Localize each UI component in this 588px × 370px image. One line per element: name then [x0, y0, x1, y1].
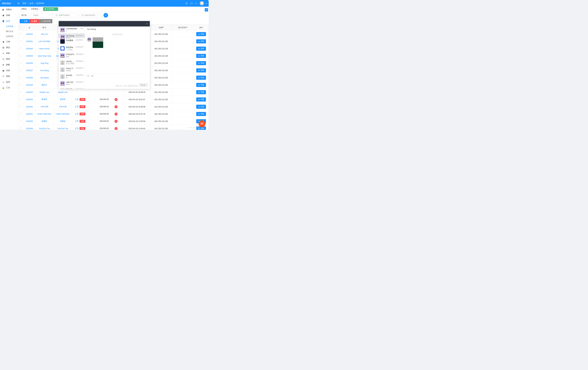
message-image[interactable]	[93, 37, 103, 48]
id-link[interactable]: 1000355	[24, 81, 35, 89]
conversation-item[interactable]: Ha Yeung[图片] 2023/04/17	[59, 33, 85, 38]
add-button[interactable]: ＋ 注册	[20, 19, 29, 23]
emoji-icon[interactable]	[87, 75, 89, 77]
disable-tag[interactable]: 停用	[80, 98, 85, 101]
row-checkbox[interactable]	[20, 127, 22, 129]
account-link[interactable]: Jiao Wang	[35, 74, 53, 81]
detail-button[interactable]: 详情	[196, 68, 206, 72]
chat-modal-header[interactable]: ✕	[59, 21, 150, 26]
sidebar-collapse-icon[interactable]	[17, 2, 20, 5]
account-link[interactable]: หลิน หวัง	[35, 31, 53, 38]
tab-控制台[interactable]: 控制台	[20, 7, 28, 11]
remove-icon[interactable]: ✕	[115, 105, 117, 108]
row-checkbox[interactable]	[20, 105, 22, 108]
account-link[interactable]: LAN XIAOWEI	[35, 38, 53, 45]
tab-会员列表[interactable]: 会员列表✕	[43, 7, 58, 11]
detail-button[interactable]: 详情	[196, 32, 206, 36]
image-icon[interactable]	[91, 75, 94, 77]
detail-button[interactable]: 详情	[196, 76, 206, 80]
id-link[interactable]: 1000349	[24, 125, 35, 130]
side-logo-icon[interactable]: S	[205, 8, 208, 11]
sidebar-item-商品[interactable]: ▤商品˅	[0, 45, 18, 50]
nick-link[interactable]: 黃惠旋	[53, 118, 72, 125]
sidebar-item-报表[interactable]: 🔍报表˅	[0, 56, 18, 62]
detail-button[interactable]: 详情	[196, 61, 206, 65]
tab-全部商品[interactable]: 全部商品✕	[29, 7, 42, 11]
account-link[interactable]: 大蛇 松岡	[35, 103, 53, 110]
sidebar-item-控制台[interactable]: ◧控制台	[0, 7, 18, 12]
id-link[interactable]: 1000354	[24, 89, 35, 96]
account-link[interactable]: 楊幼月	[35, 81, 53, 89]
start-date-input[interactable]: 🕓选择开始时间	[54, 13, 77, 18]
account-link[interactable]: 蔡秀秀	[35, 96, 53, 103]
id-link[interactable]: 1000356	[24, 74, 35, 81]
id-link[interactable]: 1000353	[24, 96, 35, 103]
disable-tag[interactable]: 停用	[80, 120, 85, 123]
user-avatar[interactable]	[200, 1, 204, 5]
nick-link[interactable]: CHEN JINGJING	[53, 110, 72, 118]
id-link[interactable]: 1000351	[24, 110, 35, 118]
row-checkbox[interactable]	[20, 62, 22, 64]
breadcrumb-item[interactable]: 会员列表	[36, 2, 44, 5]
conversation-item[interactable]: 系统通知「67462875」进行了提现，... 2023/04/14	[59, 45, 85, 52]
conversation-item[interactable]: VanGise Store在忙什麼呢 2023/04/13	[59, 59, 85, 66]
row-checkbox[interactable]	[20, 98, 22, 100]
detail-button[interactable]: 详情	[196, 97, 206, 102]
conversation-item[interactable]: TEMPT Store 2023/04/08	[59, 87, 85, 89]
conversation-item[interactable]: 67462875你好 2023/04/14	[59, 52, 85, 59]
filter-field-select[interactable]: 用户名	[20, 13, 30, 18]
sidebar-item-会员[interactable]: 👤会员˄	[0, 18, 18, 24]
remove-icon[interactable]: ✕	[115, 98, 117, 101]
row-checkbox[interactable]	[20, 113, 22, 115]
remove-icon[interactable]: ✕	[115, 120, 117, 123]
user-menu-caret-icon[interactable]: ▾	[206, 3, 207, 4]
row-checkbox[interactable]	[20, 55, 22, 57]
disable-tag[interactable]: 停用	[80, 127, 85, 130]
search-icon[interactable]	[185, 2, 188, 5]
row-checkbox[interactable]	[20, 76, 22, 79]
row-checkbox[interactable]	[20, 40, 22, 42]
export-button[interactable]: ⭳ 导出全部	[39, 19, 52, 23]
account-link[interactable]: CHEN JINGJING	[35, 110, 53, 118]
select-all-checkbox[interactable]	[20, 26, 22, 29]
id-link[interactable]: 1000362	[24, 31, 35, 38]
row-checkbox[interactable]	[20, 47, 22, 50]
id-link[interactable]: 1000360	[24, 45, 35, 52]
detail-button[interactable]: 详情	[196, 54, 206, 58]
disable-tag[interactable]: 停用	[80, 105, 85, 108]
delete-button[interactable]: 🗑 删除	[29, 19, 39, 23]
detail-button[interactable]: 详情	[196, 90, 206, 94]
nick-link[interactable]: 蔡秀秀	[53, 96, 72, 103]
row-checkbox[interactable]	[20, 120, 22, 122]
disable-tag[interactable]: 停用	[80, 113, 85, 115]
close-icon[interactable]: ✕	[55, 8, 56, 10]
breadcrumb-item[interactable]: 会员	[29, 2, 33, 5]
account-link[interactable]: Natalie Liao	[35, 89, 53, 96]
sidebar-subitem-会员列表[interactable]: 会员列表	[0, 24, 18, 29]
detail-button[interactable]: 详情	[196, 105, 206, 109]
nick-link[interactable]: ChinChin Tse	[53, 125, 72, 130]
close-icon[interactable]: ✕	[39, 8, 41, 10]
account-link[interactable]: Hawa Hanna	[35, 45, 53, 52]
account-link[interactable]: Amy Wang	[35, 67, 53, 74]
id-link[interactable]: 1000358	[24, 60, 35, 67]
sidebar-item-财务[interactable]: ¥财务˅	[0, 50, 18, 56]
nick-link[interactable]: Natalie Liao	[53, 89, 72, 96]
remove-icon[interactable]: ✕	[115, 127, 117, 130]
sidebar-subitem-会员日志[interactable]: 会员日志	[0, 34, 18, 39]
sidebar-item-订单[interactable]: ◉订单˅	[0, 39, 18, 45]
conversation-item[interactable]: U887192nihao 2023/04/13	[59, 80, 85, 87]
detail-button[interactable]: 详情	[196, 39, 206, 43]
detail-button[interactable]: 详情	[196, 112, 206, 116]
breadcrumb-item[interactable]: 首页	[22, 2, 26, 5]
conversation-item[interactable]: WorldBelly ...你 2023/04/13	[59, 73, 85, 80]
sidebar-subitem-银行认证[interactable]: 银行认证	[0, 29, 18, 34]
send-button[interactable]: 发送	[139, 83, 148, 87]
conversation-item[interactable]: Sonyc Store你媳婦 2023/04/13	[59, 66, 85, 73]
id-link[interactable]: 1000359	[24, 52, 35, 60]
sidebar-item-店铺[interactable]: ▣店铺˅	[0, 12, 18, 18]
keyword-input[interactable]: 关键词	[32, 13, 53, 18]
row-checkbox[interactable]	[20, 91, 22, 93]
close-icon[interactable]: ✕	[146, 22, 148, 25]
chat-input[interactable]: 使用 ctrl + enter 快捷发送消息 发送	[85, 78, 150, 89]
